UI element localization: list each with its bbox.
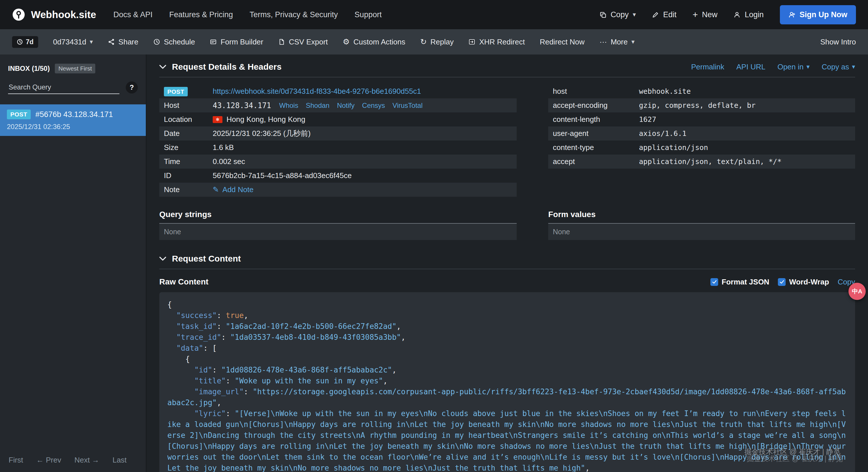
header-name: accept-encoding <box>553 101 639 110</box>
sign-up-button[interactable]: Sign Up Now <box>780 5 856 24</box>
gear-icon: ⚙ <box>343 38 350 46</box>
method-badge: POST <box>7 109 31 119</box>
edit-label: Edit <box>663 10 677 19</box>
time-label: Time <box>164 157 213 166</box>
header-value: application/json <box>639 143 850 152</box>
login-button[interactable]: Login <box>733 10 764 19</box>
copy-dropdown[interactable]: Copy ▾ <box>599 10 636 19</box>
word-wrap-toggle[interactable]: Word-Wrap <box>778 278 829 286</box>
caret-down-icon: ▾ <box>807 63 810 71</box>
login-label: Login <box>745 10 764 19</box>
raw-content-code[interactable]: { "success": true, "task_id": "1a6ac2ad-… <box>159 292 855 472</box>
redirect-now-button[interactable]: Redirect Now <box>539 38 584 46</box>
censys-link[interactable]: Censys <box>362 102 385 109</box>
method-badge: POST <box>164 87 188 96</box>
content-section-toggle[interactable]: Request Content <box>159 254 241 264</box>
nav-link-support[interactable]: Support <box>354 10 382 19</box>
more-label: More <box>611 38 627 46</box>
header-row: accept-encoding gzip, compress, deflate,… <box>548 98 855 112</box>
show-intro-link[interactable]: Show Intro <box>820 38 856 46</box>
api-url-link[interactable]: API URL <box>736 63 765 71</box>
request-item-title: #5676b 43.128.34.171 <box>35 110 113 119</box>
content-section-header: Request Content <box>159 240 855 264</box>
schedule-label: Schedule <box>164 38 195 46</box>
header-value: axios/1.6.1 <box>639 129 850 138</box>
header-row: accept application/json, text/plain, */* <box>548 155 855 169</box>
shodan-link[interactable]: Shodan <box>306 102 330 109</box>
checkbox-checked-icon[interactable] <box>710 278 718 286</box>
pagination: First ← Prev Next → Last <box>9 456 127 465</box>
replay-icon: ↻ <box>420 38 427 46</box>
new-button[interactable]: + New <box>693 10 718 19</box>
share-button[interactable]: Share <box>108 38 138 46</box>
header-row: content-type application/json <box>548 140 855 155</box>
nav-link-features-pricing[interactable]: Features & Pricing <box>169 10 233 19</box>
share-label: Share <box>119 38 138 46</box>
copy-as-label: Copy as <box>822 63 849 71</box>
inbox-label: INBOX (1/50) <box>8 65 50 72</box>
word-wrap-label: Word-Wrap <box>789 278 829 286</box>
query-strings-section: Query strings None <box>159 197 517 240</box>
raw-content-header: Raw Content Format JSON Word-Wrap <box>159 277 855 286</box>
redirect-now-label: Redirect Now <box>539 38 584 46</box>
pagination-next[interactable]: Next → <box>74 456 99 465</box>
id-value: 5676b2cb-7a15-4c15-a884-ad03ec6f45ce <box>213 171 512 180</box>
details-section-title: Request Details & Headers <box>172 62 282 72</box>
raw-content-title: Raw Content <box>159 277 208 286</box>
more-dropdown[interactable]: ··· More ▾ <box>599 38 634 46</box>
pencil-icon <box>652 11 659 19</box>
open-in-dropdown[interactable]: Open in ▾ <box>777 63 809 71</box>
nav-links: Docs & API Features & Pricing Terms, Pri… <box>113 10 382 19</box>
open-in-label: Open in <box>777 63 803 71</box>
copy-as-dropdown[interactable]: Copy as ▾ <box>822 63 855 71</box>
plus-icon: + <box>693 10 698 19</box>
help-button[interactable]: ? <box>126 81 138 94</box>
form-builder-button[interactable]: Form Builder <box>210 38 263 46</box>
schedule-button[interactable]: Schedule <box>153 38 195 46</box>
xhr-redirect-button[interactable]: XHR Redirect <box>468 38 525 46</box>
header-value: webhook.site <box>639 87 850 96</box>
nav-link-docs-api[interactable]: Docs & API <box>113 10 153 19</box>
format-json-toggle[interactable]: Format JSON <box>710 278 769 286</box>
table-row-url: POST https://webhook.site/0d73431d-f833-… <box>159 84 517 98</box>
header-row: content-length 1627 <box>548 112 855 127</box>
pagination-prev[interactable]: ← Prev <box>36 456 61 465</box>
details-section-toggle[interactable]: Request Details & Headers <box>159 62 282 72</box>
brand[interactable]: Webhook.site <box>12 8 96 21</box>
search-input[interactable] <box>8 81 119 94</box>
host-label: Host <box>164 101 213 110</box>
custom-actions-button[interactable]: ⚙ Custom Actions <box>343 38 405 46</box>
pagination-first[interactable]: First <box>9 456 23 465</box>
main-content: Request Details & Headers Permalink API … <box>146 55 868 472</box>
person-plus-icon <box>788 11 796 19</box>
pagination-last[interactable]: Last <box>113 456 127 465</box>
table-row-host: Host 43.128.34.171 Whois Shodan Notify C… <box>159 98 517 112</box>
header-name: accept <box>553 157 639 166</box>
request-list-item[interactable]: POST #5676b 43.128.34.171 2025/12/31 02:… <box>0 104 146 136</box>
token-dropdown[interactable]: 0d73431d ▾ <box>53 38 93 46</box>
translate-fab-button[interactable]: 中A <box>848 283 866 300</box>
checkbox-checked-icon[interactable] <box>778 278 786 286</box>
header-name: content-type <box>553 143 639 152</box>
chevron-down-icon <box>159 257 166 261</box>
form-values-section: Form values None <box>548 197 855 240</box>
whois-link[interactable]: Whois <box>279 102 299 109</box>
id-label: ID <box>164 171 213 180</box>
person-icon <box>733 11 741 19</box>
csv-export-button[interactable]: CSV Export <box>278 38 328 46</box>
header-name: content-length <box>553 115 639 124</box>
add-note-button[interactable]: ✎ Add Note <box>213 185 253 194</box>
replay-button[interactable]: ↻ Replay <box>420 38 454 46</box>
request-url-link[interactable]: https://webhook.site/0d73431d-f833-4be4-… <box>213 87 421 96</box>
details-actions: Permalink API URL Open in ▾ Copy as ▾ <box>691 63 855 71</box>
notify-link[interactable]: Notify <box>337 102 354 109</box>
nav-link-terms-privacy[interactable]: Terms, Privacy & Security <box>250 10 338 19</box>
edit-button[interactable]: Edit <box>652 10 677 19</box>
sidebar-header: INBOX (1/50) Newest First <box>0 64 146 73</box>
permalink-link[interactable]: Permalink <box>691 63 724 71</box>
sort-order-badge[interactable]: Newest First <box>55 64 95 73</box>
virustotal-link[interactable]: VirusTotal <box>392 102 423 109</box>
share-icon <box>108 38 115 45</box>
caret-down-icon: ▾ <box>631 38 634 45</box>
request-headers-table: host webhook.site accept-encoding gzip, … <box>548 84 855 197</box>
